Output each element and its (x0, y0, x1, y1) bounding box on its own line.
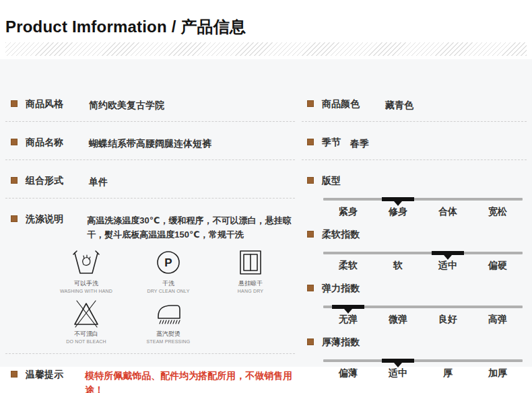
bullet-icon (11, 139, 18, 145)
bullet-icon (307, 231, 314, 238)
product-information-page: Product Imformation / 产品信息 商品风格 简约欧美复古学院… (0, 0, 532, 393)
bullet-icon (11, 371, 18, 378)
bullet-icon (307, 285, 314, 291)
scale-track (323, 359, 523, 362)
scale-option: 微弹 (373, 314, 423, 326)
care-item: 不可漂白 DO NOT BLEACH (45, 299, 127, 344)
attr-label: 柔软指数 (322, 229, 360, 241)
scale-option: 适中 (423, 260, 473, 272)
care-label-zh: 悬挂晾干 (209, 279, 292, 288)
care-item: 可以手洗 WASHING WITH HAND (45, 248, 127, 293)
scale-track (323, 198, 523, 201)
attr-label: 组合形式 (26, 175, 78, 187)
scale-marker (332, 305, 364, 314)
attr-label: 商品风格 (26, 98, 78, 110)
attr-value: 单件 (89, 175, 108, 189)
hang-dry-icon (234, 248, 267, 278)
scale-option: 宽松 (473, 206, 523, 218)
row-product-color: 商品颜色 藏青色 (302, 59, 527, 122)
page-header: Product Imformation / 产品信息 (0, 0, 532, 56)
care-label-en: DO NOT BLEACH (45, 339, 127, 344)
row-combination-type: 组合形式 单件 (5, 160, 295, 199)
bullet-icon (11, 100, 18, 107)
bullet-icon (307, 100, 314, 107)
scale-elasticity: 弹力指数 无弹 微弹 良好 高弹 (302, 283, 527, 326)
scale-options: 偏薄 适中 厚 加厚 (323, 367, 523, 380)
attr-label: 洗涤说明 (26, 213, 77, 225)
marker-triangle-icon (394, 201, 402, 206)
scale-options: 紧身 修身 合体 宽松 (323, 206, 523, 218)
scale-option: 柔软 (323, 260, 373, 272)
scale-label-row: 厚薄指数 (302, 336, 527, 349)
scale-option: 合体 (423, 206, 473, 218)
care-item: 蒸汽熨烫 STEAM PRESSING (127, 299, 209, 344)
row-product-style: 商品风格 简约欧美复古学院 (5, 59, 295, 122)
scale-indicator: 偏薄 适中 厚 加厚 (323, 359, 523, 380)
warning-text: 模特所佩戴饰品、配件均为搭配所用，不做销售用途！ (85, 369, 295, 393)
bullet-icon (307, 338, 314, 345)
attr-value: 蝴蝶结系带高腰阔腿连体短裤 (89, 137, 211, 151)
care-item: P 干洗 DRY CLEAN ONLY (127, 248, 209, 293)
attr-value: 高温洗涤温度30℃，缓和程序，不可以漂白，悬挂晾干，熨斗底板高温温度150℃，常… (87, 213, 295, 242)
care-label-zh: 不可漂白 (45, 330, 127, 338)
dry-clean-icon: P (152, 248, 185, 278)
scale-option: 紧身 (323, 206, 373, 218)
attr-label: 商品颜色 (322, 98, 360, 110)
care-label-en: DRY CLEAN ONLY (127, 289, 209, 293)
bullet-icon (307, 177, 314, 184)
scale-marker (382, 359, 414, 367)
hand-wash-icon (70, 248, 102, 278)
bullet-icon (307, 139, 314, 145)
scale-option: 厚 (423, 367, 473, 380)
attr-label: 商品名称 (26, 137, 78, 149)
row-washing-instructions: 洗涤说明 高温洗涤温度30℃，缓和程序，不可以漂白，悬挂晾干，熨斗底板高温温度1… (5, 199, 295, 354)
decorative-stripes (5, 42, 527, 56)
row-product-name: 商品名称 蝴蝶结系带高腰阔腿连体短裤 (5, 122, 295, 160)
marker-triangle-icon (444, 255, 452, 260)
scale-options: 柔软 软 适中 偏硬 (323, 260, 523, 272)
care-icons-grid: 可以手洗 WASHING WITH HAND P 干洗 DRY CLEAN ON… (45, 248, 295, 344)
left-column: 商品风格 简约欧美复古学院 商品名称 蝴蝶结系带高腰阔腿连体短裤 组合形式 单件… (5, 59, 295, 393)
scale-option: 软 (373, 260, 423, 272)
steam-press-icon (152, 299, 185, 328)
scale-indicator: 柔软 软 适中 偏硬 (323, 252, 523, 272)
care-label-en: STEAM PRESSING (127, 339, 209, 344)
scale-option: 偏硬 (473, 260, 523, 272)
scale-option: 高弹 (473, 314, 523, 326)
scale-option: 加厚 (473, 367, 523, 380)
right-column: 商品颜色 藏青色 季节 春季 版型 (302, 59, 527, 380)
attr-label: 厚薄指数 (322, 336, 360, 349)
care-label-en: HANG DRY (209, 289, 292, 293)
scale-option: 良好 (423, 314, 473, 326)
scale-track (323, 306, 523, 308)
care-item: 悬挂晾干 HANG DRY (209, 248, 292, 293)
scale-indicator: 无弹 微弹 良好 高弹 (323, 306, 523, 326)
bullet-icon (11, 177, 18, 184)
care-label-en: WASHING WITH HAND (45, 289, 127, 293)
attr-label: 弹力指数 (322, 283, 360, 295)
attr-value: 藏青色 (385, 98, 413, 112)
attr-label: 季节 (322, 137, 341, 149)
washing-text-row: 洗涤说明 高温洗涤温度30℃，缓和程序，不可以漂白，悬挂晾干，熨斗底板高温温度1… (5, 199, 295, 242)
scale-label-row: 弹力指数 (302, 283, 527, 295)
attr-value: 简约欧美复古学院 (89, 98, 164, 112)
scale-option: 无弹 (323, 314, 373, 326)
attr-label: 版型 (322, 175, 341, 187)
content-panel: 商品风格 简约欧美复古学院 商品名称 蝴蝶结系带高腰阔腿连体短裤 组合形式 单件… (0, 59, 532, 367)
scale-fit-type: 版型 紧身 修身 合体 宽松 (302, 175, 527, 218)
bullet-icon (11, 215, 18, 222)
svg-text:P: P (164, 256, 172, 269)
scale-option: 适中 (373, 367, 423, 380)
page-title: Product Imformation / 产品信息 (5, 16, 527, 38)
scale-label-row: 版型 (302, 175, 527, 187)
marker-triangle-icon (344, 309, 352, 314)
row-season: 季节 春季 (302, 122, 527, 160)
care-label-zh: 干洗 (127, 279, 209, 288)
attr-value: 春季 (350, 137, 369, 151)
attr-label: 温馨提示 (26, 369, 74, 381)
marker-triangle-icon (394, 363, 402, 367)
scale-track (323, 252, 523, 254)
row-warm-tips: 温馨提示 模特所佩戴饰品、配件均为搭配所用，不做销售用途！ (5, 354, 295, 393)
care-label-zh: 可以手洗 (45, 279, 127, 288)
scale-thickness: 厚薄指数 偏薄 适中 厚 加厚 (302, 336, 527, 380)
